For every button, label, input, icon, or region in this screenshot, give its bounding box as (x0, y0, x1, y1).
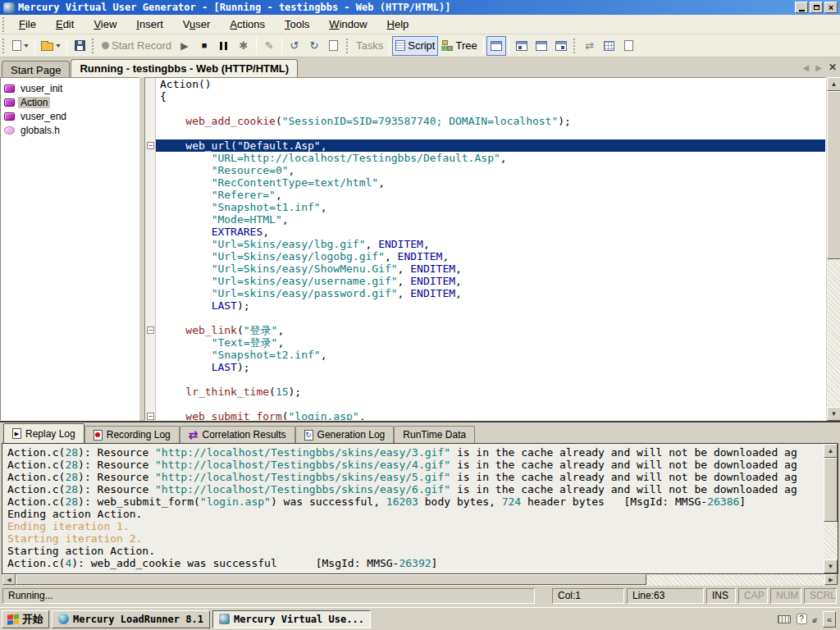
code-line[interactable]: "Url=Skins/easy/ShowMenu.Gif", ENDITEM, (145, 262, 825, 275)
close-button[interactable]: × (824, 2, 838, 13)
restore-button[interactable] (810, 2, 823, 13)
regenerate-button[interactable]: ↺ (285, 36, 304, 56)
keyboard-icon[interactable] (778, 615, 791, 623)
log-line[interactable]: Action.c(28): Resource "http://localhost… (7, 471, 824, 483)
sidebar-item-globals-h[interactable]: globals.h (1, 123, 139, 137)
code-line[interactable] (145, 103, 825, 115)
minimize-button[interactable] (795, 2, 808, 13)
log-vscrollbar[interactable]: ▲ ▼ (824, 444, 838, 573)
log-hscroll-track[interactable] (16, 574, 824, 586)
code-line[interactable]: "URL=http://localhost/Testingbbs/Default… (145, 152, 825, 164)
log-scroll-thumb[interactable] (824, 458, 838, 522)
sidebar-item-vuser-end[interactable]: vuser_end (1, 109, 139, 123)
code-line[interactable]: LAST); (145, 299, 825, 312)
toolbar-grip-4[interactable] (573, 39, 577, 53)
code-line[interactable]: LAST); (145, 361, 825, 373)
log-line[interactable]: Action.c(28): Resource "http://localhost… (7, 459, 824, 471)
open-button[interactable] (38, 36, 64, 56)
scroll-left-icon[interactable]: ◀ (2, 574, 16, 585)
run-button[interactable]: ▶ (175, 36, 194, 56)
tab-running-testingbbs-web-http-html[interactable]: Running - testingbbs - Web (HTTP/HTML) (71, 59, 298, 77)
tab-scroll-left-icon[interactable]: ◀ (803, 63, 810, 72)
code-line[interactable]: "Snapshot=t1.inf", (145, 201, 825, 213)
scroll-down-icon[interactable]: ▼ (824, 559, 838, 573)
menu-item-view[interactable]: View (84, 16, 126, 33)
code-line[interactable]: – web_submit_form("login.asp", (145, 410, 825, 421)
code-line[interactable]: "Url=skins/easy/username.gif", ENDITEM, (145, 275, 825, 287)
log-line[interactable]: Action.c(28): web_submit_form("login.asp… (7, 495, 824, 508)
scroll-up-icon[interactable]: ▲ (827, 77, 840, 91)
toolbar-grip-2[interactable] (91, 39, 95, 53)
fold-toggle-icon[interactable]: – (147, 326, 154, 334)
log-line[interactable]: Action.c(28): Resource "http://localhost… (7, 446, 824, 459)
menu-item-vuser[interactable]: Vuser (173, 16, 221, 33)
pause-button[interactable] (214, 36, 234, 56)
log-hscroll-thumb[interactable] (16, 574, 646, 585)
menu-item-tools[interactable]: Tools (275, 16, 319, 33)
code-line[interactable]: "Url=Skins/easy/logobg.gif", ENDITEM, (145, 250, 825, 262)
log-lines[interactable]: Action.c(28): Resource "http://localhost… (2, 444, 824, 573)
stop-button[interactable]: ■ (194, 36, 214, 56)
layout-right-button[interactable] (551, 36, 571, 56)
sidebar-item-vuser-init[interactable]: vuser_init (1, 81, 139, 95)
code-line[interactable] (145, 312, 825, 324)
code-line[interactable]: "Referer=", (145, 189, 825, 201)
taskbar-button-mercury-virtual-use[interactable]: Mercury Virtual Use... (212, 610, 371, 628)
app-icon[interactable] (3, 2, 15, 13)
code-line[interactable]: EXTRARES, (145, 226, 825, 238)
tray-collapse-button[interactable]: « (823, 611, 836, 628)
taskbar-button-mercury-loadrunner-8-1[interactable]: Mercury LoadRunner 8.1 (52, 610, 210, 628)
fold-toggle-icon[interactable]: – (147, 142, 154, 149)
sync-button[interactable]: ⇄ (580, 36, 600, 56)
tab-start-page[interactable]: Start Page (2, 61, 70, 77)
edit-tool-button[interactable]: ✎ (259, 36, 279, 56)
code-line[interactable]: "Url=Skins/easy/lbg.gif", ENDITEM, (145, 238, 825, 250)
tree-view-button[interactable]: Tree (438, 36, 480, 56)
script-view-button[interactable]: Script (392, 36, 438, 56)
menu-grip[interactable] (2, 17, 6, 32)
tasks-button[interactable]: Tasks (353, 36, 386, 56)
log-tab-runtime-data[interactable]: RunTime Data (394, 426, 475, 443)
code-line[interactable] (145, 373, 825, 386)
log-scroll-track[interactable] (824, 458, 838, 559)
code-line[interactable]: "RecContentType=text/html", (145, 176, 825, 189)
log-line[interactable]: Starting iteration 2. (7, 532, 824, 545)
menu-item-edit[interactable]: Edit (46, 16, 84, 33)
editor-scroll-thumb[interactable] (827, 91, 840, 259)
save-button[interactable] (70, 36, 89, 56)
code-line[interactable]: "Text=登录", (145, 336, 825, 349)
code-line[interactable]: "Mode=HTML", (145, 213, 825, 226)
code-line[interactable]: "Url=skins/easy/password.gif", ENDITEM, (145, 287, 825, 299)
log-line[interactable]: Action.c(4): web_add_cookie was successf… (7, 557, 824, 569)
show-output-button[interactable] (486, 36, 506, 56)
log-tab-replay-log[interactable]: ▶Replay Log (3, 423, 84, 443)
editor-scroll-track[interactable] (827, 91, 840, 407)
tab-close-icon[interactable]: ✕ (829, 62, 837, 73)
parameter-list-button[interactable] (600, 36, 619, 56)
toolbar-grip-3[interactable] (345, 39, 349, 53)
log-line[interactable]: Ending action Action. (7, 508, 824, 520)
log-tab-generation-log[interactable]: ↻Generation Log (295, 426, 395, 443)
toolbar-grip-1[interactable] (2, 39, 6, 53)
code-line[interactable] (145, 398, 825, 410)
scroll-right-icon[interactable]: ▶ (824, 574, 838, 585)
log-line[interactable]: Action.c(28): Resource "http://localhost… (7, 483, 824, 495)
runtime-settings-button[interactable]: ✱ (234, 36, 253, 56)
code-line[interactable]: "Snapshot=t2.inf", (145, 349, 825, 361)
code-line[interactable]: – web_url("Default.Asp", (145, 139, 825, 152)
editor-vscrollbar[interactable]: ▲ ▼ (826, 77, 840, 421)
log-tab-recording-log[interactable]: Recording Log (84, 426, 180, 443)
scroll-down-icon[interactable]: ▼ (827, 407, 840, 421)
log-hscrollbar[interactable]: ◀ ▶ (2, 574, 838, 587)
results-button[interactable] (324, 36, 344, 56)
code-line[interactable]: "Resource=0", (145, 164, 825, 176)
code-editor[interactable]: Action(){ web_add_cookie("SessionID=SID=… (144, 77, 826, 421)
start-button[interactable]: 开始 (2, 610, 49, 628)
export-button[interactable] (619, 36, 639, 56)
code-line[interactable]: lr_think_time(15); (145, 386, 825, 398)
code-line[interactable]: – web_link("登录", (145, 324, 825, 336)
code-line[interactable]: Action() (145, 78, 825, 90)
sidebar-item-action[interactable]: Action (1, 95, 139, 109)
tab-scroll-right-icon[interactable]: ▶ (815, 63, 822, 72)
schedule-button[interactable]: ↻ (304, 36, 324, 56)
